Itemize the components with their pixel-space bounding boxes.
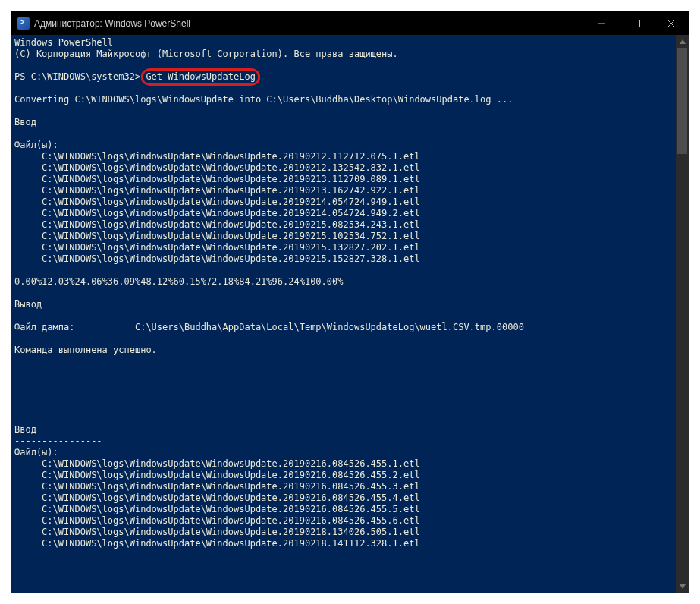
progress-line: 0.00%12.03%24.06%36.09%48.12%60.15%72.18… bbox=[14, 276, 343, 287]
files-label: Файл(ы): bbox=[14, 140, 58, 150]
file-line: C:\WINDOWS\logs\WindowsUpdate\WindowsUpd… bbox=[14, 174, 420, 184]
scroll-down-button[interactable] bbox=[676, 580, 689, 593]
input-label-2: Ввод bbox=[14, 424, 36, 435]
file-line: C:\WINDOWS\logs\WindowsUpdate\WindowsUpd… bbox=[14, 527, 420, 537]
input-dashes: ---------------- bbox=[14, 128, 102, 139]
dump-file-line: Файл дампа: C:\Users\Buddha\AppData\Loca… bbox=[14, 322, 524, 332]
file-line: C:\WINDOWS\logs\WindowsUpdate\WindowsUpd… bbox=[14, 231, 420, 241]
input-label: Ввод bbox=[14, 117, 36, 127]
file-line: C:\WINDOWS\logs\WindowsUpdate\WindowsUpd… bbox=[14, 492, 420, 503]
maximize-button[interactable] bbox=[619, 11, 654, 35]
ps-header-1: Windows PowerShell bbox=[14, 37, 113, 48]
svg-marker-4 bbox=[680, 39, 686, 44]
close-button[interactable] bbox=[654, 11, 689, 35]
output-label: Вывод bbox=[14, 299, 42, 310]
file-line: C:\WINDOWS\logs\WindowsUpdate\WindowsUpd… bbox=[14, 253, 420, 264]
input-dashes-2: ---------------- bbox=[14, 436, 102, 446]
file-line: C:\WINDOWS\logs\WindowsUpdate\WindowsUpd… bbox=[14, 515, 420, 526]
terminal-content[interactable]: Windows PowerShell (C) Корпорация Майкро… bbox=[11, 35, 689, 593]
files-label-2: Файл(ы): bbox=[14, 447, 58, 458]
file-line: C:\WINDOWS\logs\WindowsUpdate\WindowsUpd… bbox=[14, 197, 420, 207]
file-line: C:\WINDOWS\logs\WindowsUpdate\WindowsUpd… bbox=[14, 504, 420, 514]
minimize-button[interactable] bbox=[584, 11, 619, 35]
file-line: C:\WINDOWS\logs\WindowsUpdate\WindowsUpd… bbox=[14, 481, 420, 492]
file-line: C:\WINDOWS\logs\WindowsUpdate\WindowsUpd… bbox=[14, 208, 420, 219]
scroll-up-button[interactable] bbox=[676, 35, 689, 48]
file-line: C:\WINDOWS\logs\WindowsUpdate\WindowsUpd… bbox=[14, 151, 420, 162]
window-title: Администратор: Windows PowerShell bbox=[34, 18, 190, 29]
ps-header-2: (C) Корпорация Майкрософт (Microsoft Cor… bbox=[14, 49, 398, 59]
scrollbar-track[interactable] bbox=[676, 48, 689, 580]
titlebar[interactable]: Администратор: Windows PowerShell bbox=[11, 11, 689, 35]
file-line: C:\WINDOWS\logs\WindowsUpdate\WindowsUpd… bbox=[14, 185, 420, 196]
command-highlighted: Get-WindowsUpdateLog bbox=[146, 71, 256, 83]
powershell-icon bbox=[17, 17, 30, 30]
file-line: C:\WINDOWS\logs\WindowsUpdate\WindowsUpd… bbox=[14, 458, 420, 469]
output-dashes: ---------------- bbox=[14, 310, 102, 321]
window-controls bbox=[584, 11, 689, 35]
scrollbar-thumb[interactable] bbox=[677, 48, 687, 154]
file-line: C:\WINDOWS\logs\WindowsUpdate\WindowsUpd… bbox=[14, 219, 420, 230]
file-line: C:\WINDOWS\logs\WindowsUpdate\WindowsUpd… bbox=[14, 162, 420, 173]
powershell-window: Администратор: Windows PowerShell Window… bbox=[11, 11, 689, 593]
svg-marker-5 bbox=[680, 584, 686, 589]
file-line: C:\WINDOWS\logs\WindowsUpdate\WindowsUpd… bbox=[14, 538, 420, 549]
file-line: C:\WINDOWS\logs\WindowsUpdate\WindowsUpd… bbox=[14, 242, 420, 253]
converting-line: Converting C:\WINDOWS\logs\WindowsUpdate… bbox=[14, 94, 513, 105]
prompt: PS C:\WINDOWS\system32> bbox=[14, 71, 146, 82]
vertical-scrollbar[interactable] bbox=[676, 35, 689, 593]
svg-rect-1 bbox=[633, 20, 640, 27]
file-line: C:\WINDOWS\logs\WindowsUpdate\WindowsUpd… bbox=[14, 470, 420, 480]
success-line: Команда выполнена успешно. bbox=[14, 344, 157, 355]
